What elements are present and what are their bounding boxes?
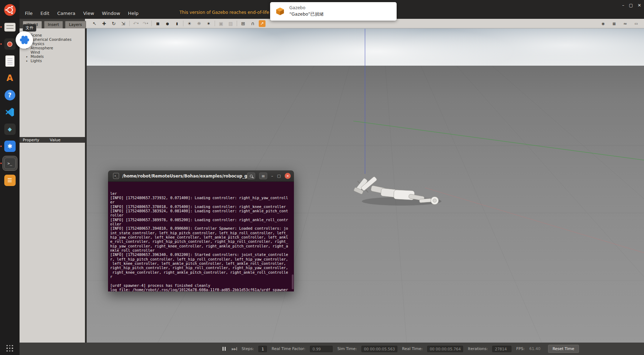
remote-assist-floating-widget[interactable] (16, 31, 33, 49)
search-icon (250, 175, 253, 178)
terminal-output[interactable]: ler [INFO] [1752480657.373932, 0.071400]… (108, 182, 294, 291)
tree-item-wind[interactable]: ▸ Wind (26, 50, 85, 54)
tree-item-spherical-coordinates[interactable]: ▸ Spherical Coordinates (26, 37, 85, 42)
simulation-status-bar: ▶▶ Steps: 1 Real Time Factor: 0.99 Sim T… (20, 343, 644, 355)
expander-icon: ▸ (26, 55, 29, 58)
gazebo-ready-notification[interactable]: Gazebo “Gazebo”已就绪 (270, 2, 397, 21)
toolbar-separator (215, 21, 215, 26)
dock-item-screen-recorder[interactable] (3, 37, 17, 51)
steps-value[interactable]: 1 (258, 346, 267, 352)
copy-icon[interactable]: ▣ (218, 20, 225, 27)
terminal-minimize-icon[interactable]: – (271, 174, 273, 178)
dock-item-remote-desktop[interactable]: ✱ (3, 139, 17, 153)
terminal-icon: >_ (4, 158, 16, 169)
align-icon[interactable]: ⊞ (240, 20, 247, 27)
step-button[interactable]: ▶▶ (232, 347, 237, 351)
terminal-search-button[interactable] (247, 173, 255, 179)
sim-time-value: 00 00:00:05.563 (361, 346, 397, 352)
select-tool-icon[interactable]: ↖ (91, 20, 98, 27)
value-column-header: Value (50, 138, 60, 142)
dock-item-terminal[interactable]: >_ (3, 156, 17, 170)
paste-icon[interactable]: ▤ (227, 20, 234, 27)
menu-view[interactable]: View (79, 10, 98, 17)
tree-item-label: Lights (31, 59, 42, 63)
directional-light-icon[interactable]: ☀ (186, 20, 193, 27)
running-indicator (0, 26, 2, 28)
real-time-label: Real Time: (402, 346, 423, 351)
menu-file[interactable]: File (21, 10, 37, 17)
terminal-close-icon[interactable]: ✕ (285, 173, 291, 179)
expander-icon: ▸ (26, 59, 29, 62)
real-time-value: 00 00:00:05.764 (427, 346, 463, 352)
x-axis-line (425, 188, 644, 253)
property-table-header: Property Value (20, 137, 85, 143)
dock-item-ubuntu-desktop[interactable] (3, 3, 17, 17)
panel-splitter[interactable] (85, 28, 87, 343)
remote-assist-logo-icon (20, 35, 29, 45)
translate-tool-icon[interactable]: ✚ (101, 20, 108, 27)
terminal-scrollbar[interactable] (292, 274, 294, 289)
screenshot-icon[interactable]: ◉ (600, 20, 607, 27)
running-indicator (0, 146, 2, 147)
insert-cylinder-icon[interactable]: ▮ (173, 20, 181, 27)
files-icon (4, 23, 16, 32)
plot-icon[interactable]: ≈ (622, 20, 629, 27)
reset-time-button[interactable]: Reset Time (548, 345, 579, 353)
dock-item-text-editor[interactable] (3, 54, 17, 68)
dock-item-help[interactable]: ? (3, 88, 17, 102)
undo-icon[interactable]: ↶▾ (132, 20, 139, 27)
dock-item-files[interactable] (3, 20, 17, 34)
gazebo-logo-icon (275, 7, 285, 16)
maximize-icon[interactable]: ▢ (629, 3, 633, 8)
terminal-title: /home/robot/RemoteUsers/Bohao/examples/r… (122, 174, 248, 179)
tree-item-models[interactable]: ▸ Models (26, 54, 85, 59)
menu-help[interactable]: Help (124, 10, 143, 17)
menu-camera[interactable]: Camera (53, 10, 79, 17)
steps-label: Steps: (242, 346, 254, 351)
document-icon (5, 55, 15, 67)
insert-box-icon[interactable]: ■ (154, 20, 161, 27)
notification-app-name: Gazebo (289, 5, 324, 10)
menu-window[interactable]: Window (98, 10, 124, 17)
dock-item-vscode[interactable] (3, 105, 17, 119)
world-panel: ▸ Scene ▸ Spherical Coordinates ▸ Physic… (20, 28, 85, 343)
tab-insert[interactable]: Insert (44, 21, 63, 28)
tree-item-physics[interactable]: ▸ Physics (26, 42, 85, 46)
fps-value: 61.40 (529, 346, 541, 351)
log-icon[interactable]: ▭ (633, 20, 640, 27)
fallen-humanoid-robot (354, 176, 441, 206)
minimize-icon[interactable]: – (622, 3, 624, 8)
rotate-tool-icon[interactable]: ↻ (110, 20, 117, 27)
window-controls: – ▢ ✕ (622, 3, 641, 8)
dock-item-ubuntu-software[interactable]: A (3, 71, 17, 85)
view-angle-icon[interactable]: ↗ (259, 20, 265, 27)
terminal-titlebar[interactable]: >_ /home/robot/RemoteUsers/Bohao/example… (108, 170, 294, 182)
tree-item-atmosphere[interactable]: ▸ Atmosphere (26, 46, 85, 50)
show-applications-button[interactable] (6, 345, 13, 352)
tree-item-lights[interactable]: ▸ Lights (26, 59, 85, 63)
point-light-icon[interactable]: ✶ (205, 20, 212, 27)
recorder-icon (4, 38, 16, 50)
tree-item-scene[interactable]: ▸ Scene (26, 33, 85, 37)
terminal-menu-button[interactable]: ≡ (259, 173, 267, 179)
running-indicator (0, 43, 2, 45)
close-icon[interactable]: ✕ (638, 3, 641, 8)
tab-layers[interactable]: Layers (65, 21, 86, 28)
insert-sphere-icon[interactable]: ● (164, 20, 171, 27)
spot-light-icon[interactable]: ☼ (195, 20, 203, 27)
terminal-window: >_ /home/robot/RemoteUsers/Bohao/example… (108, 170, 294, 291)
vscode-icon (5, 107, 15, 118)
sim-time-label: Sim Time: (337, 346, 357, 351)
dock-item-layers-app[interactable]: ☰ (3, 173, 17, 187)
menu-edit[interactable]: Edit (37, 10, 53, 17)
dock-item-media-app[interactable]: ◆ (3, 122, 17, 136)
snap-icon[interactable]: ∩ (249, 20, 256, 27)
redo-icon[interactable]: ↷▾ (142, 20, 149, 27)
tree-item-label: Models (31, 54, 44, 59)
terminal-maximize-icon[interactable]: ▢ (277, 174, 281, 178)
record-video-icon[interactable]: ▦ (611, 20, 618, 27)
menu-list: File Edit Camera View Window Help (21, 10, 143, 17)
scale-tool-icon[interactable]: ⇲ (120, 20, 127, 27)
toolbar-separator (151, 21, 152, 26)
pause-button[interactable] (221, 345, 227, 352)
